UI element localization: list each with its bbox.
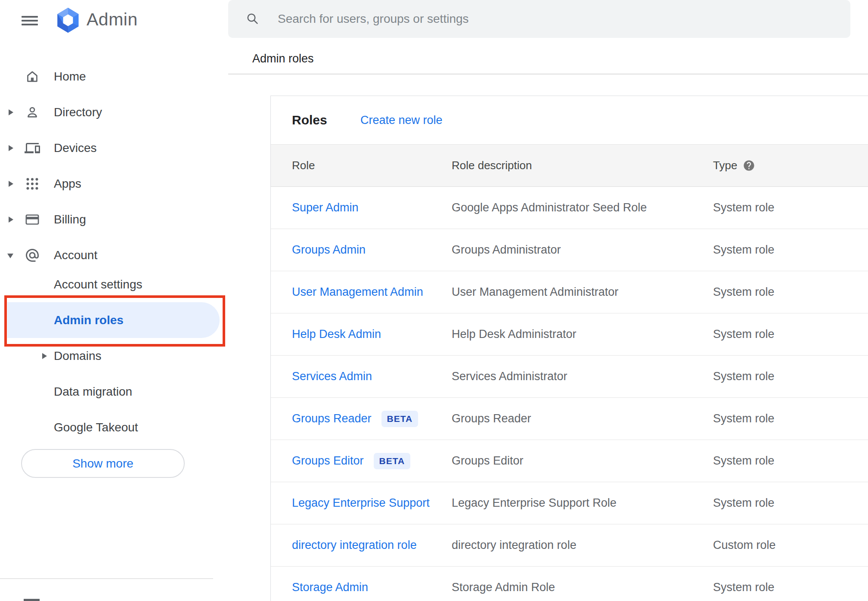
sidebar-item-label: Account settings [54, 278, 142, 291]
annotation-highlight-box [4, 295, 225, 347]
search-icon [245, 12, 259, 25]
sidebar-item-label: Billing [54, 213, 86, 226]
role-description: Groups Editor [452, 454, 713, 468]
sidebar-item-home[interactable]: Home [0, 59, 228, 94]
table-row: directory integration role directory int… [271, 524, 868, 567]
apps-icon [25, 176, 40, 192]
sidebar-item-apps[interactable]: Apps [0, 166, 228, 201]
sidebar-item-label: Data migration [54, 385, 132, 399]
role-type: System role [713, 454, 868, 468]
sidebar-item-devices[interactable]: Devices [0, 130, 228, 166]
role-type: System role [713, 201, 868, 214]
sidebar-item-directory[interactable]: Directory [0, 94, 228, 130]
table-row: Services Admin Services Administrator Sy… [271, 356, 868, 398]
roles-table-body: Super Admin Google Apps Administrator Se… [271, 187, 868, 601]
column-header-role: Role [292, 159, 452, 172]
role-description: Services Administrator [452, 370, 713, 383]
role-description: Groups Reader [452, 412, 713, 425]
role-link[interactable]: Groups Reader [292, 412, 372, 425]
role-type: Custom role [713, 539, 868, 552]
table-row: Super Admin Google Apps Administrator Se… [271, 187, 868, 229]
billing-icon [25, 212, 40, 227]
column-header-type: Type [713, 159, 737, 172]
table-row: Groups Admin Groups Administrator System… [271, 229, 868, 271]
role-description: Legacy Enterprise Support Role [452, 496, 713, 510]
role-description: Google Apps Administrator Seed Role [452, 201, 713, 214]
table-header-row: Role Role description Type [271, 144, 868, 187]
search-input[interactable]: Search for users, groups or settings [278, 0, 469, 38]
role-link[interactable]: Services Admin [292, 370, 372, 383]
sidebar-item-label: Devices [54, 141, 97, 155]
role-type: System role [713, 285, 868, 299]
sidebar-item-label: Home [54, 70, 86, 84]
role-link[interactable]: directory integration role [292, 539, 417, 552]
chevron-down-icon[interactable] [7, 254, 13, 258]
chevron-right-icon[interactable] [9, 217, 13, 223]
partial-bottom-icon [24, 599, 40, 601]
person-icon [25, 105, 40, 120]
role-description: directory integration role [452, 539, 713, 552]
sidebar-item-billing[interactable]: Billing [0, 201, 228, 237]
search-bar[interactable]: Search for users, groups or settings [228, 0, 850, 38]
sidebar: Admin HomeDirectoryDevicesAppsBillingAcc… [0, 0, 228, 601]
chevron-right-icon[interactable] [42, 353, 47, 359]
column-header-description: Role description [452, 159, 713, 172]
role-type: System role [713, 496, 868, 510]
role-link[interactable]: Help Desk Admin [292, 328, 381, 341]
sidebar-item-label: Google Takeout [54, 421, 138, 434]
table-row: Legacy Enterprise Support Legacy Enterpr… [271, 482, 868, 524]
sidebar-item-google-takeout[interactable]: Google Takeout [0, 409, 228, 445]
role-type: System role [713, 412, 868, 425]
table-row: Groups Reader BETA Groups Reader System … [271, 398, 868, 440]
home-icon [25, 69, 40, 84]
role-link[interactable]: Super Admin [292, 201, 359, 214]
sidebar-account-subnav: Account settingsAdmin rolesDomainsData m… [0, 266, 228, 445]
sidebar-nav: HomeDirectoryDevicesAppsBillingAccount [0, 59, 228, 273]
app-title: Admin [87, 9, 138, 30]
chevron-right-icon[interactable] [9, 181, 13, 187]
roles-panel: Roles Create new role Role Role descript… [270, 96, 868, 601]
chevron-right-icon[interactable] [9, 109, 13, 115]
admin-logo-icon [56, 7, 81, 33]
table-row: Groups Editor BETA Groups Editor System … [271, 440, 868, 482]
beta-badge: BETA [374, 453, 411, 469]
header-divider [228, 74, 868, 74]
role-link[interactable]: Storage Admin [292, 581, 368, 594]
chevron-right-icon[interactable] [9, 145, 13, 151]
table-row: Storage Admin Storage Admin Role System … [271, 567, 868, 601]
role-description: Storage Admin Role [452, 581, 713, 594]
sidebar-item-label: Account [54, 248, 97, 262]
role-link[interactable]: Groups Admin [292, 243, 366, 257]
role-link[interactable]: Groups Editor [292, 454, 364, 468]
sidebar-item-label: Apps [54, 177, 81, 191]
breadcrumb: Admin roles [252, 52, 314, 65]
role-type: System role [713, 370, 868, 383]
show-more-button[interactable]: Show more [21, 449, 185, 478]
sidebar-divider [0, 578, 213, 579]
table-row: Help Desk Admin Help Desk Administrator … [271, 313, 868, 356]
role-type: System role [713, 581, 868, 594]
create-new-role-link[interactable]: Create new role [360, 114, 443, 127]
page-title: Roles [292, 113, 327, 127]
table-row: User Management Admin User Management Ad… [271, 271, 868, 313]
help-icon[interactable] [743, 159, 755, 172]
at-icon [25, 248, 40, 263]
devices-icon [25, 140, 40, 156]
role-link[interactable]: Legacy Enterprise Support [292, 496, 430, 510]
role-description: Groups Administrator [452, 243, 713, 257]
sidebar-item-label: Domains [54, 349, 101, 363]
role-description: User Management Administrator [452, 285, 713, 299]
role-type: System role [713, 243, 868, 257]
role-link[interactable]: User Management Admin [292, 285, 423, 299]
beta-badge: BETA [381, 411, 418, 427]
hamburger-menu-icon[interactable] [22, 16, 38, 25]
role-description: Help Desk Administrator [452, 328, 713, 341]
role-type: System role [713, 328, 868, 341]
sidebar-item-label: Directory [54, 105, 102, 119]
sidebar-item-data-migration[interactable]: Data migration [0, 374, 228, 409]
roles-panel-header: Roles Create new role [271, 96, 868, 144]
